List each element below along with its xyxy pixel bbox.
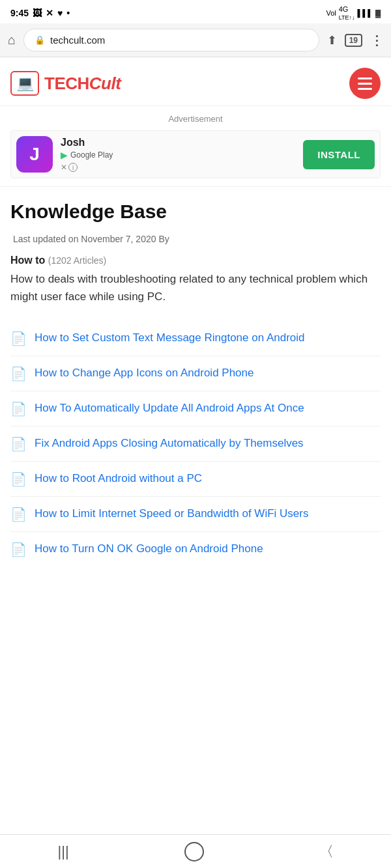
article-list-item[interactable]: 📄 How to Change App Icons on Android Pho… xyxy=(10,356,381,391)
heart-icon: ♥ xyxy=(57,8,63,18)
hamburger-line-3 xyxy=(358,88,372,90)
article-link[interactable]: How To Automatically Update All Android … xyxy=(35,400,304,417)
nav-home-circle xyxy=(184,842,204,861)
article-link[interactable]: How to Change App Icons on Android Phone xyxy=(35,365,253,382)
close-icon: ✕ xyxy=(46,8,53,18)
url-text: techcult.com xyxy=(50,35,105,46)
network-4g-icon: 4GLTE↑↓ xyxy=(339,5,355,21)
document-icon: 📄 xyxy=(10,401,27,417)
category-count: (1202 Articles) xyxy=(48,255,106,266)
category-description: How to deals with troubleshooting relate… xyxy=(10,270,381,305)
ad-banner[interactable]: J Josh ▶ Google Play ✕ i INSTALL xyxy=(10,130,381,178)
meta-info: Last updated on November 7, 2020 By xyxy=(10,234,381,244)
status-bar: 9:45 🖼 ✕ ♥ • Vol 4GLTE↑↓ ▌▌▌ ▓ xyxy=(0,0,391,23)
logo-icon: 💻 xyxy=(10,71,39,96)
category-name: How to xyxy=(10,255,45,266)
document-icon: 📄 xyxy=(10,507,27,522)
browser-actions: ⬆ 19 ⋮ xyxy=(327,33,383,48)
site-header: 💻 TECHCult xyxy=(0,57,391,106)
article-link[interactable]: How to Turn ON OK Google on Android Phon… xyxy=(35,541,263,557)
status-right: Vol 4GLTE↑↓ ▌▌▌ ▓ xyxy=(326,5,381,21)
ad-app-icon: J xyxy=(16,136,53,173)
ad-store-name: Google Play xyxy=(70,150,113,160)
article-link[interactable]: How to Limit Internet Speed or Bandwidth… xyxy=(35,506,308,522)
page-title: Knowledge Base xyxy=(10,200,381,223)
logo-tech: TECH xyxy=(44,74,89,93)
document-icon: 📄 xyxy=(10,366,27,382)
hamburger-line-2 xyxy=(358,83,372,85)
page-content: 💻 TECHCult Advertisement J Josh ▶ Google… xyxy=(0,57,391,580)
ad-label: Advertisement xyxy=(10,114,381,124)
article-link[interactable]: Fix Android Apps Closing Automatically b… xyxy=(35,436,304,452)
article-link[interactable]: How to Root Android without a PC xyxy=(35,471,202,487)
ad-info: Josh ▶ Google Play ✕ i xyxy=(61,137,295,172)
address-bar[interactable]: 🔒 techcult.com xyxy=(23,29,319,51)
ad-play-store: ▶ Google Play xyxy=(61,150,295,160)
article-list: 📄 How to Set Custom Text Message Rington… xyxy=(10,321,381,567)
article-list-item[interactable]: 📄 How To Automatically Update All Androi… xyxy=(10,391,381,427)
signal-icon: ▌▌▌ xyxy=(358,9,373,17)
ad-info-icon[interactable]: i xyxy=(68,163,78,172)
vol-icon: Vol xyxy=(326,9,336,17)
ad-app-name: Josh xyxy=(61,137,295,148)
battery-icon: ▓ xyxy=(375,9,381,17)
article-list-item[interactable]: 📄 How to Turn ON OK Google on Android Ph… xyxy=(10,532,381,567)
article-list-item[interactable]: 📄 Fix Android Apps Closing Automatically… xyxy=(10,427,381,462)
main-content: Knowledge Base Last updated on November … xyxy=(0,187,391,580)
document-icon: 📄 xyxy=(10,471,27,487)
nav-home-button[interactable] xyxy=(171,837,217,867)
article-link[interactable]: How to Set Custom Text Message Ringtone … xyxy=(35,330,305,346)
laptop-icon: 💻 xyxy=(16,75,34,92)
hamburger-line-1 xyxy=(358,77,372,79)
status-left: 9:45 🖼 ✕ ♥ • xyxy=(10,8,70,18)
document-icon: 📄 xyxy=(10,331,27,346)
article-list-item[interactable]: 📄 How to Set Custom Text Message Rington… xyxy=(10,321,381,356)
dot-icon: • xyxy=(66,8,70,18)
document-icon: 📄 xyxy=(10,436,27,452)
browser-toolbar: ⌂ 🔒 techcult.com ⬆ 19 ⋮ xyxy=(0,23,391,57)
time-display: 9:45 xyxy=(10,8,29,18)
lock-icon: 🔒 xyxy=(35,35,45,45)
hamburger-menu-button[interactable] xyxy=(349,68,381,99)
ad-install-button[interactable]: INSTALL xyxy=(303,140,375,169)
category-label: How to (1202 Articles) xyxy=(10,255,381,266)
logo-text: TECHCult xyxy=(44,74,121,94)
article-list-item[interactable]: 📄 How to Root Android without a PC xyxy=(10,462,381,497)
advertisement-section: Advertisement J Josh ▶ Google Play ✕ i I… xyxy=(0,106,391,187)
nav-forward-button[interactable]: 〈 xyxy=(306,837,347,867)
logo-area[interactable]: 💻 TECHCult xyxy=(10,71,121,96)
ad-close-x[interactable]: ✕ xyxy=(61,163,67,172)
play-store-icon: ▶ xyxy=(61,150,68,160)
nav-back-button[interactable]: ||| xyxy=(44,838,81,865)
ad-close-area: ✕ i xyxy=(61,163,295,172)
document-icon: 📄 xyxy=(10,542,27,557)
browser-home-icon[interactable]: ⌂ xyxy=(8,33,16,48)
article-list-item[interactable]: 📄 How to Limit Internet Speed or Bandwid… xyxy=(10,497,381,532)
screenshot-icon: 🖼 xyxy=(33,8,42,18)
tab-count[interactable]: 19 xyxy=(345,34,362,47)
logo-cult: Cult xyxy=(89,74,121,93)
share-icon[interactable]: ⬆ xyxy=(327,33,337,48)
more-options-icon[interactable]: ⋮ xyxy=(370,33,383,48)
bottom-navigation: ||| 〈 xyxy=(0,834,391,868)
